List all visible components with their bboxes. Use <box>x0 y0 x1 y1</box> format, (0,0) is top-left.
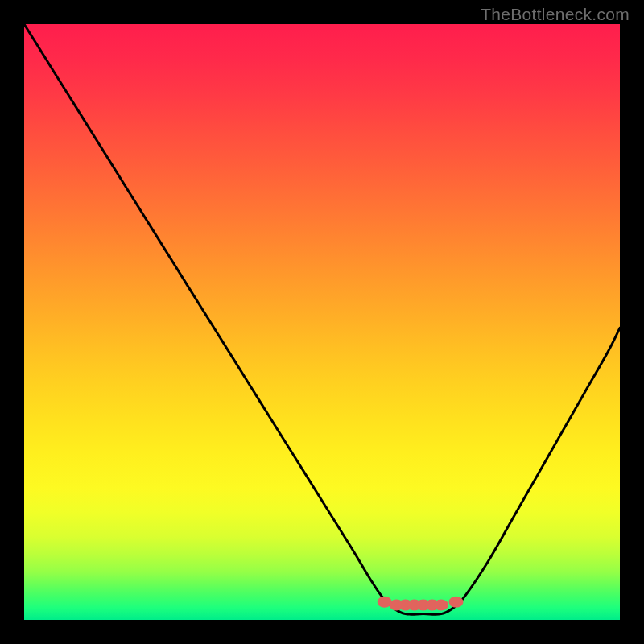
bottleneck-curve <box>24 24 620 614</box>
bottleneck-curve-svg <box>24 24 620 620</box>
curve-marker <box>434 600 448 611</box>
curve-marker <box>449 597 464 608</box>
chart-container: TheBottleneck.com <box>0 0 644 644</box>
watermark-text: TheBottleneck.com <box>481 5 630 24</box>
plot-area <box>24 24 620 620</box>
